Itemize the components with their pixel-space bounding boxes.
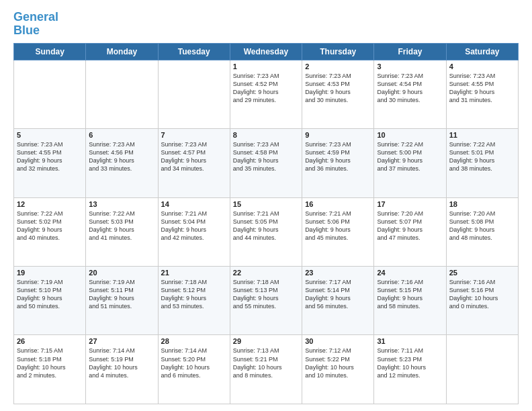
calendar-cell: 8Sunrise: 7:23 AM Sunset: 4:58 PM Daylig… <box>230 129 302 197</box>
cell-info-text: Sunrise: 7:21 AM Sunset: 5:05 PM Dayligh… <box>233 210 299 242</box>
day-header-thursday: Thursday <box>302 43 374 60</box>
cell-info-text: Sunrise: 7:23 AM Sunset: 4:55 PM Dayligh… <box>449 72 515 105</box>
cell-date-number: 2 <box>305 62 371 71</box>
week-row-5: 26Sunrise: 7:15 AM Sunset: 5:18 PM Dayli… <box>14 335 519 404</box>
week-row-3: 12Sunrise: 7:22 AM Sunset: 5:02 PM Dayli… <box>14 197 519 266</box>
cell-date-number: 7 <box>161 131 227 139</box>
cell-date-number: 23 <box>305 269 371 277</box>
calendar-cell: 13Sunrise: 7:22 AM Sunset: 5:03 PM Dayli… <box>86 197 158 266</box>
cell-date-number: 8 <box>233 131 299 139</box>
calendar-cell: 22Sunrise: 7:18 AM Sunset: 5:13 PM Dayli… <box>230 267 302 335</box>
cell-info-text: Sunrise: 7:16 AM Sunset: 5:16 PM Dayligh… <box>449 278 515 311</box>
day-header-tuesday: Tuesday <box>158 43 230 60</box>
cell-date-number: 25 <box>449 269 515 277</box>
cell-info-text: Sunrise: 7:14 AM Sunset: 5:20 PM Dayligh… <box>161 347 227 379</box>
calendar-cell: 11Sunrise: 7:22 AM Sunset: 5:01 PM Dayli… <box>446 129 518 197</box>
cell-date-number: 17 <box>377 200 443 208</box>
cell-info-text: Sunrise: 7:15 AM Sunset: 5:18 PM Dayligh… <box>17 347 83 379</box>
week-row-4: 19Sunrise: 7:19 AM Sunset: 5:10 PM Dayli… <box>14 267 519 335</box>
cell-date-number: 3 <box>377 62 443 71</box>
cell-date-number: 26 <box>17 337 83 345</box>
header-row: SundayMondayTuesdayWednesdayThursdayFrid… <box>14 43 519 60</box>
cell-info-text: Sunrise: 7:11 AM Sunset: 5:23 PM Dayligh… <box>377 347 443 379</box>
calendar-header: SundayMondayTuesdayWednesdayThursdayFrid… <box>14 43 519 60</box>
cell-info-text: Sunrise: 7:23 AM Sunset: 4:58 PM Dayligh… <box>233 140 299 173</box>
cell-info-text: Sunrise: 7:22 AM Sunset: 5:02 PM Dayligh… <box>17 210 83 242</box>
calendar-cell: 9Sunrise: 7:23 AM Sunset: 4:59 PM Daylig… <box>302 129 374 197</box>
cell-date-number: 27 <box>89 337 154 345</box>
cell-date-number: 10 <box>377 131 443 139</box>
calendar-table: SundayMondayTuesdayWednesdayThursdayFrid… <box>13 43 519 404</box>
cell-info-text: Sunrise: 7:21 AM Sunset: 5:06 PM Dayligh… <box>305 210 371 242</box>
calendar-cell: 19Sunrise: 7:19 AM Sunset: 5:10 PM Dayli… <box>14 267 86 335</box>
cell-date-number: 4 <box>449 62 515 71</box>
calendar-cell: 28Sunrise: 7:14 AM Sunset: 5:20 PM Dayli… <box>158 335 230 404</box>
calendar-cell: 30Sunrise: 7:12 AM Sunset: 5:22 PM Dayli… <box>302 335 374 404</box>
cell-date-number: 11 <box>449 131 515 139</box>
logo: General Blue <box>13 11 58 38</box>
calendar-cell <box>446 335 518 404</box>
calendar-cell: 20Sunrise: 7:19 AM Sunset: 5:11 PM Dayli… <box>86 267 158 335</box>
cell-date-number: 29 <box>233 337 299 345</box>
cell-date-number: 1 <box>233 62 299 71</box>
header: General Blue <box>13 11 519 38</box>
calendar-cell: 7Sunrise: 7:23 AM Sunset: 4:57 PM Daylig… <box>158 129 230 197</box>
calendar-cell: 25Sunrise: 7:16 AM Sunset: 5:16 PM Dayli… <box>446 267 518 335</box>
cell-info-text: Sunrise: 7:17 AM Sunset: 5:14 PM Dayligh… <box>305 278 371 311</box>
calendar-cell: 5Sunrise: 7:23 AM Sunset: 4:55 PM Daylig… <box>14 129 86 197</box>
cell-date-number: 19 <box>17 269 83 277</box>
day-header-monday: Monday <box>86 43 158 60</box>
calendar-cell: 1Sunrise: 7:23 AM Sunset: 4:52 PM Daylig… <box>230 60 302 128</box>
cell-info-text: Sunrise: 7:19 AM Sunset: 5:11 PM Dayligh… <box>89 278 154 311</box>
calendar-cell: 2Sunrise: 7:23 AM Sunset: 4:53 PM Daylig… <box>302 60 374 128</box>
calendar-cell: 14Sunrise: 7:21 AM Sunset: 5:04 PM Dayli… <box>158 197 230 266</box>
logo-general: General <box>13 10 58 24</box>
cell-info-text: Sunrise: 7:18 AM Sunset: 5:13 PM Dayligh… <box>233 278 299 311</box>
cell-info-text: Sunrise: 7:14 AM Sunset: 5:19 PM Dayligh… <box>89 347 154 379</box>
cell-date-number: 9 <box>305 131 371 139</box>
cell-info-text: Sunrise: 7:21 AM Sunset: 5:04 PM Dayligh… <box>161 210 227 242</box>
calendar-cell <box>158 60 230 128</box>
calendar-cell: 29Sunrise: 7:13 AM Sunset: 5:21 PM Dayli… <box>230 335 302 404</box>
day-header-wednesday: Wednesday <box>230 43 302 60</box>
calendar-cell: 10Sunrise: 7:22 AM Sunset: 5:00 PM Dayli… <box>374 129 446 197</box>
logo-text: General Blue <box>13 11 58 38</box>
calendar-cell: 18Sunrise: 7:20 AM Sunset: 5:08 PM Dayli… <box>446 197 518 266</box>
cell-info-text: Sunrise: 7:23 AM Sunset: 4:52 PM Dayligh… <box>233 72 299 105</box>
cell-date-number: 20 <box>89 269 154 277</box>
cell-info-text: Sunrise: 7:12 AM Sunset: 5:22 PM Dayligh… <box>305 347 371 379</box>
calendar-cell: 3Sunrise: 7:23 AM Sunset: 4:54 PM Daylig… <box>374 60 446 128</box>
cell-info-text: Sunrise: 7:23 AM Sunset: 4:53 PM Dayligh… <box>305 72 371 105</box>
calendar-cell: 4Sunrise: 7:23 AM Sunset: 4:55 PM Daylig… <box>446 60 518 128</box>
calendar-cell: 17Sunrise: 7:20 AM Sunset: 5:07 PM Dayli… <box>374 197 446 266</box>
calendar-cell <box>14 60 86 128</box>
calendar-cell: 23Sunrise: 7:17 AM Sunset: 5:14 PM Dayli… <box>302 267 374 335</box>
calendar-cell: 6Sunrise: 7:23 AM Sunset: 4:56 PM Daylig… <box>86 129 158 197</box>
cell-date-number: 31 <box>377 337 443 345</box>
page: General Blue SundayMondayTuesdayWednesda… <box>0 0 532 411</box>
cell-date-number: 24 <box>377 269 443 277</box>
calendar-body: 1Sunrise: 7:23 AM Sunset: 4:52 PM Daylig… <box>14 60 519 404</box>
cell-info-text: Sunrise: 7:23 AM Sunset: 4:59 PM Dayligh… <box>305 140 371 173</box>
calendar-cell: 21Sunrise: 7:18 AM Sunset: 5:12 PM Dayli… <box>158 267 230 335</box>
cell-info-text: Sunrise: 7:20 AM Sunset: 5:08 PM Dayligh… <box>449 210 515 242</box>
cell-info-text: Sunrise: 7:13 AM Sunset: 5:21 PM Dayligh… <box>233 347 299 379</box>
cell-date-number: 18 <box>449 200 515 208</box>
cell-date-number: 21 <box>161 269 227 277</box>
cell-date-number: 6 <box>89 131 154 139</box>
cell-info-text: Sunrise: 7:23 AM Sunset: 4:57 PM Dayligh… <box>161 140 227 173</box>
cell-info-text: Sunrise: 7:23 AM Sunset: 4:56 PM Dayligh… <box>89 140 154 173</box>
calendar-cell: 26Sunrise: 7:15 AM Sunset: 5:18 PM Dayli… <box>14 335 86 404</box>
calendar-cell: 15Sunrise: 7:21 AM Sunset: 5:05 PM Dayli… <box>230 197 302 266</box>
cell-date-number: 28 <box>161 337 227 345</box>
week-row-2: 5Sunrise: 7:23 AM Sunset: 4:55 PM Daylig… <box>14 129 519 197</box>
cell-date-number: 12 <box>17 200 83 208</box>
cell-date-number: 30 <box>305 337 371 345</box>
calendar-cell: 16Sunrise: 7:21 AM Sunset: 5:06 PM Dayli… <box>302 197 374 266</box>
cell-info-text: Sunrise: 7:23 AM Sunset: 4:54 PM Dayligh… <box>377 72 443 105</box>
day-header-friday: Friday <box>374 43 446 60</box>
cell-date-number: 15 <box>233 200 299 208</box>
calendar-cell <box>86 60 158 128</box>
cell-info-text: Sunrise: 7:22 AM Sunset: 5:01 PM Dayligh… <box>449 140 515 173</box>
cell-date-number: 13 <box>89 200 154 208</box>
